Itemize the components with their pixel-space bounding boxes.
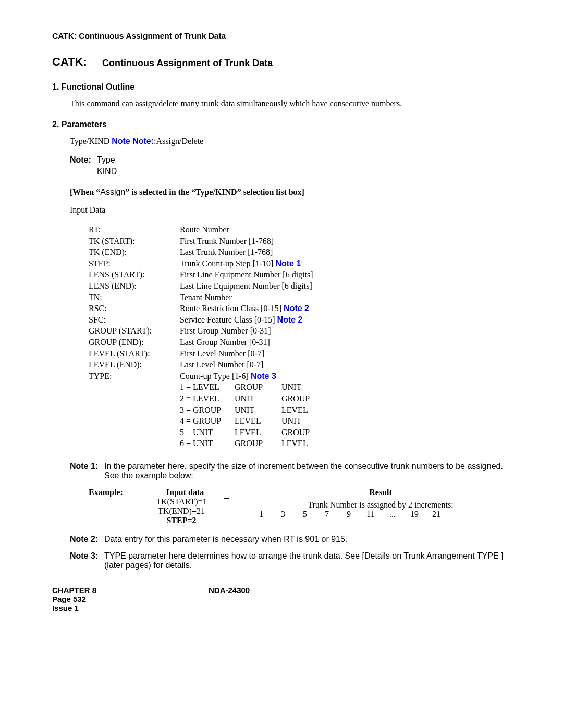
example-line: STEP=2	[141, 516, 222, 525]
param-desc: First Level Number [0-7]	[180, 348, 511, 360]
note-body-1: Type	[97, 155, 511, 165]
param-row: RT:Route Number	[89, 224, 511, 236]
param-desc: First Group Number [0-31]	[180, 325, 511, 337]
type-row: 6 = UNITGROUPLEVEL	[180, 438, 511, 449]
type-c1: 3 = GROUP	[180, 404, 235, 416]
type-row: 3 = GROUPUNITLEVEL	[180, 404, 511, 416]
param-row: GROUP (START):First Group Number [0-31]	[89, 325, 511, 337]
type-c3: GROUP	[282, 427, 328, 438]
type-c2: UNIT	[235, 404, 282, 416]
result-desc: Trunk Number is assigned by 2 increments…	[250, 500, 511, 510]
example-line: TK(END)=21	[141, 507, 222, 516]
param-row: TYPE:Count-up Type [1-6] Note 3	[89, 371, 511, 382]
example-label: Example:	[89, 488, 141, 497]
note-body-2: KIND	[97, 167, 511, 176]
param-desc: Service Feature Class [0-15] Note 2	[180, 314, 511, 326]
param-desc: First Trunk Number [1-768]	[180, 236, 511, 247]
page-header: CATK: Continuous Assignment of Trunk Dat…	[52, 31, 511, 41]
note-1-link[interactable]: Note 1	[275, 259, 301, 268]
page-title: CATK: Continuous Assignment of Trunk Dat…	[52, 55, 511, 69]
param-row: LENS (START):First Line Equipment Number…	[89, 269, 511, 280]
param-label: LENS (START):	[89, 269, 180, 280]
note-2-link[interactable]: Note 2	[284, 304, 309, 313]
note-type-row: Note: Type	[70, 155, 511, 165]
when-post: ” is selected in the “Type/KIND” selecti…	[125, 188, 304, 196]
note-label: Note:	[70, 155, 97, 165]
note-2-link[interactable]: Note 2	[277, 315, 303, 324]
section-2-head: 2. Parameters	[52, 120, 511, 129]
type-kind-post: :Assign/Delete	[154, 137, 203, 145]
type-c3: UNIT	[282, 415, 328, 427]
param-row: SFC:Service Feature Class [0-15] Note 2	[89, 314, 511, 326]
param-desc: Last Group Number [0-31]	[180, 337, 511, 348]
param-row: LEVEL (START):First Level Number [0-7]	[89, 348, 511, 360]
param-label: GROUP (END):	[89, 337, 180, 348]
note-3-block: Note 3: TYPE parameter here determines h…	[70, 551, 511, 570]
result-head: Result	[250, 488, 511, 497]
param-row: LENS (END):Last Line Equipment Number [6…	[89, 280, 511, 292]
param-desc: Tenant Number	[180, 292, 511, 303]
param-label: TK (START):	[89, 236, 180, 247]
type-row: 4 = GROUPLEVELUNIT	[180, 415, 511, 427]
param-label: LENS (END):	[89, 280, 180, 292]
type-kind-link[interactable]: Note Note:	[112, 137, 154, 145]
param-table: RT:Route Number TK (START):First Trunk N…	[89, 224, 511, 449]
param-label: GROUP (START):	[89, 325, 180, 337]
param-label: TYPE:	[89, 371, 180, 382]
param-desc: Route Number	[180, 224, 511, 236]
example-input: Input data TK(START)=1 TK(END)=21 STEP=2	[141, 488, 229, 525]
param-row: GROUP (END):Last Group Number [0-31]	[89, 337, 511, 348]
param-label: STEP:	[89, 258, 180, 269]
note-3-label: Note 3:	[70, 551, 104, 570]
footer-issue: Issue 1	[52, 603, 209, 612]
footer-center: NDA-24300	[209, 586, 511, 612]
section-1-head: 1. Functional Outline	[52, 82, 511, 92]
type-kind-pre: Type/KIND	[70, 137, 112, 145]
type-c2: LEVEL	[235, 427, 282, 438]
type-c1: 4 = GROUP	[180, 415, 235, 427]
param-label: LEVEL (START):	[89, 348, 180, 360]
param-label: TN:	[89, 292, 180, 303]
type-row: 5 = UNITLEVELGROUP	[180, 427, 511, 438]
param-desc: Trunk Count-up Step [1-10] Note 1	[180, 258, 511, 269]
note-2-block: Note 2: Data entry for this parameter is…	[70, 535, 511, 544]
input-data-label: Input Data	[70, 205, 511, 215]
param-row: TK (END):Last Trunk Number [1-768]	[89, 246, 511, 258]
when-pre: [When “	[70, 188, 100, 196]
type-kind-line: Type/KIND Note Note::Assign/Delete	[70, 137, 511, 146]
example-input-head: Input data	[141, 488, 229, 497]
param-desc: Route Restriction Class [0-15] Note 2	[180, 303, 511, 314]
param-desc: Last Trunk Number [1-768]	[180, 246, 511, 258]
result-nums: 1 3 5 7 9 11 ... 19 21	[250, 510, 511, 519]
note-1-body: In the parameter here, specify the size …	[104, 462, 511, 480]
note-2-label: Note 2:	[70, 535, 104, 544]
type-c1: 6 = UNIT	[180, 438, 235, 449]
note-1-label: Note 1:	[70, 462, 104, 480]
param-label: LEVEL (END):	[89, 359, 180, 371]
type-c3: LEVEL	[282, 404, 328, 416]
param-label: RT:	[89, 224, 180, 236]
example-result: Result Trunk Number is assigned by 2 inc…	[250, 488, 511, 519]
param-desc: First Line Equipment Number [6 digits]	[180, 269, 511, 280]
param-row: STEP:Trunk Count-up Step [1-10] Note 1	[89, 258, 511, 269]
type-c2: GROUP	[235, 381, 282, 393]
when-line: [When “Assign” is selected in the “Type/…	[70, 188, 511, 197]
note-3-link[interactable]: Note 3	[251, 372, 276, 380]
note-kind-row: KIND	[70, 167, 511, 176]
type-c2: GROUP	[235, 438, 282, 449]
bracket-icon	[224, 498, 229, 524]
note-label-empty	[70, 167, 97, 176]
page-footer: CHAPTER 8 Page 532 Issue 1 NDA-24300	[52, 586, 511, 612]
param-row: RSC:Route Restriction Class [0-15] Note …	[89, 303, 511, 314]
section-1-body: This command can assign/delete many trun…	[70, 99, 511, 108]
note-3-body: TYPE parameter here determines how to ar…	[104, 551, 511, 570]
when-assign: Assign	[100, 188, 125, 196]
param-label: TK (END):	[89, 246, 180, 258]
footer-left: CHAPTER 8 Page 532 Issue 1	[52, 586, 209, 612]
type-c3: GROUP	[282, 393, 328, 404]
type-c2: LEVEL	[235, 415, 282, 427]
param-label: RSC:	[89, 303, 180, 314]
type-c1: 2 = LEVEL	[180, 393, 235, 404]
param-label: SFC:	[89, 314, 180, 326]
type-c1: 1 = LEVEL	[180, 381, 235, 393]
